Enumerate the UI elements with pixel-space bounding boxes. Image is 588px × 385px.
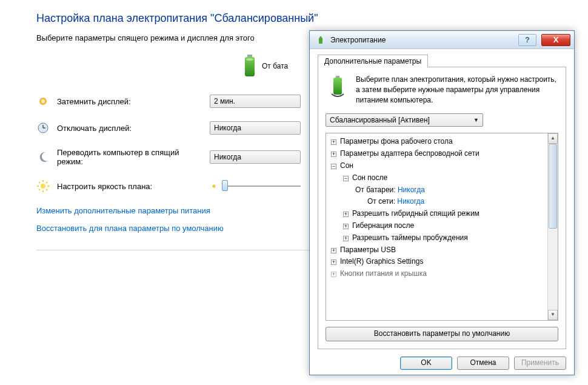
svg-rect-20 — [333, 78, 342, 95]
sun-icon — [36, 179, 50, 193]
tab-advanced[interactable]: Дополнительные параметры — [318, 55, 428, 67]
expand-icon[interactable]: + — [331, 139, 336, 145]
battery-header-label: От бата — [262, 62, 288, 70]
dialog-intro: Выберите план электропитания, который ну… — [356, 75, 558, 105]
cancel-button[interactable]: Отмена — [457, 357, 509, 370]
close-button[interactable]: X — [541, 34, 570, 46]
expand-icon[interactable]: + — [331, 259, 336, 265]
expand-icon[interactable]: + — [343, 236, 349, 241]
svg-point-17 — [212, 184, 215, 187]
dim-dropdown[interactable]: 2 мин. — [210, 95, 301, 108]
dialog-title: Электропитание — [330, 36, 513, 44]
svg-rect-0 — [247, 55, 252, 57]
turnoff-dropdown[interactable]: Никогда — [210, 121, 301, 135]
restore-defaults-button[interactable]: Восстановить параметры по умолчанию — [326, 327, 558, 341]
ok-button[interactable]: OK — [400, 357, 452, 370]
plan-dropdown[interactable]: Сбалансированный [Активен] ▼ — [326, 113, 483, 127]
svg-line-13 — [39, 182, 40, 183]
chevron-down-icon: ▼ — [473, 117, 479, 123]
turnoff-label: Отключать дисплей: — [57, 124, 202, 133]
dim-label: Затемнить дисплей: — [57, 97, 202, 106]
slider-knob[interactable] — [222, 180, 228, 191]
scrollbar[interactable]: ▲ ▼ — [547, 133, 558, 320]
brightness-slider[interactable] — [222, 186, 301, 187]
dim-icon — [36, 95, 50, 108]
scroll-thumb[interactable] — [549, 144, 557, 229]
expand-icon[interactable]: + — [343, 224, 349, 229]
power-options-dialog: Электропитание ? X Дополнительные параме… — [309, 30, 575, 375]
page-title: Настройка плана электропитания "Сбаланси… — [36, 12, 364, 25]
svg-line-15 — [39, 189, 40, 190]
svg-line-16 — [46, 182, 47, 183]
expand-icon[interactable]: + — [343, 212, 349, 217]
power-icon — [316, 35, 326, 45]
expand-icon[interactable]: + — [331, 272, 336, 277]
settings-tree[interactable]: +Параметры фона рабочего стола +Параметр… — [327, 136, 556, 280]
scroll-down-icon[interactable]: ▼ — [548, 310, 558, 320]
dialog-titlebar: Электропитание ? X — [310, 31, 574, 49]
collapse-icon[interactable]: − — [343, 176, 349, 181]
battery-value-link[interactable]: Никогда — [398, 186, 425, 194]
svg-rect-21 — [336, 76, 339, 78]
scroll-up-icon[interactable]: ▲ — [548, 133, 558, 144]
help-button[interactable]: ? — [518, 34, 536, 46]
expand-icon[interactable]: + — [331, 248, 336, 253]
svg-rect-18 — [319, 38, 322, 44]
sleep-label: Переводить компьютер в спящий режим: — [57, 148, 202, 166]
brightness-label: Настроить яркость плана: — [57, 182, 202, 191]
svg-point-8 — [41, 184, 45, 189]
svg-point-4 — [41, 99, 45, 103]
apply-button[interactable]: Применить — [514, 357, 566, 370]
svg-point-2 — [246, 58, 253, 61]
moon-icon — [36, 150, 50, 164]
clock-icon — [36, 121, 50, 135]
battery-plug-icon — [326, 75, 350, 99]
ac-value-link[interactable]: Никогда — [397, 197, 424, 206]
plan-dropdown-label: Сбалансированный [Активен] — [330, 116, 430, 124]
sleep-dropdown[interactable]: Никогда — [210, 150, 301, 164]
expand-icon[interactable]: + — [331, 152, 336, 157]
battery-icon — [242, 55, 257, 78]
svg-line-14 — [46, 189, 47, 190]
collapse-icon[interactable]: − — [331, 164, 336, 169]
svg-rect-19 — [320, 36, 322, 38]
sun-small-icon — [210, 182, 218, 190]
